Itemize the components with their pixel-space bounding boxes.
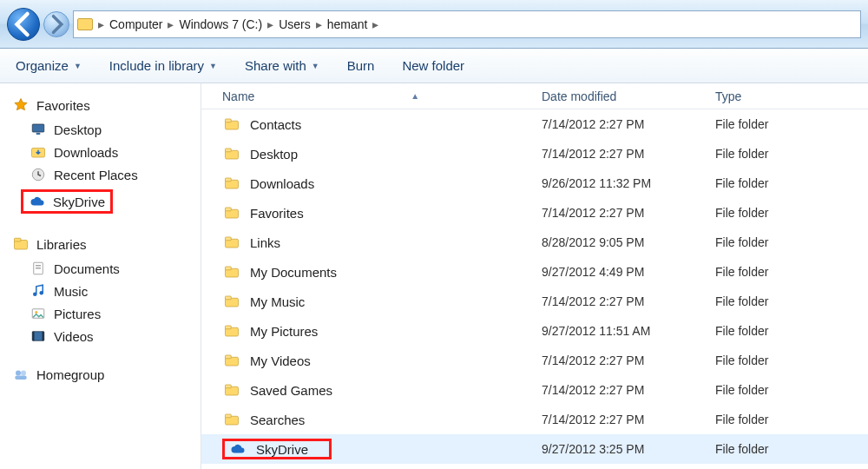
- folder-icon: [222, 146, 241, 162]
- file-row[interactable]: My Pictures9/27/2012 11:51 AMFile folder: [201, 316, 868, 346]
- new-folder-label: New folder: [402, 58, 464, 73]
- file-row[interactable]: Contacts7/14/2012 2:27 PMFile folder: [201, 109, 868, 139]
- breadcrumb-item[interactable]: Computer: [109, 17, 162, 31]
- file-name: My Documents: [250, 265, 337, 280]
- sidebar-item-label: Pictures: [54, 307, 101, 321]
- file-name: Saved Games: [250, 383, 332, 398]
- file-row[interactable]: Favorites7/14/2012 2:27 PMFile folder: [201, 198, 868, 228]
- sidebar-item-documents[interactable]: Documents: [12, 257, 195, 280]
- file-type: File folder: [715, 413, 868, 426]
- folder-icon: [222, 205, 241, 221]
- file-row[interactable]: SkyDrive9/27/2012 3:25 PMFile folder: [201, 434, 868, 464]
- include-in-library-menu[interactable]: Include in library ▼: [109, 58, 217, 73]
- file-date: 7/14/2012 2:27 PM: [542, 353, 715, 367]
- folder-icon: [222, 412, 241, 427]
- column-type-label: Type: [715, 89, 741, 103]
- svg-rect-20: [226, 119, 232, 122]
- folder-icon: [222, 264, 241, 280]
- highlight-annotation: SkyDrive: [222, 439, 332, 459]
- svg-rect-34: [226, 326, 232, 329]
- file-row[interactable]: My Documents9/27/2012 4:49 PMFile folder: [201, 257, 868, 287]
- toolbar: Organize ▼ Include in library ▼ Share wi…: [0, 49, 868, 83]
- svg-rect-30: [226, 267, 232, 270]
- svg-rect-36: [226, 355, 232, 359]
- column-name-label: Name: [222, 89, 254, 103]
- file-name: Contacts: [250, 117, 301, 132]
- breadcrumb-item[interactable]: hemant: [327, 17, 368, 31]
- back-button[interactable]: [7, 8, 40, 41]
- svg-rect-38: [226, 385, 232, 388]
- file-date: 9/26/2012 11:32 PM: [542, 176, 715, 190]
- breadcrumb-item[interactable]: Windows 7 (C:): [179, 17, 262, 31]
- organize-menu[interactable]: Organize ▼: [16, 58, 82, 73]
- column-type[interactable]: Type: [715, 89, 868, 103]
- sidebar-item-label: Videos: [54, 329, 94, 344]
- breadcrumb-item[interactable]: Users: [279, 17, 311, 31]
- sidebar-item-skydrive[interactable]: SkyDrive: [12, 186, 195, 217]
- file-date: 7/14/2012 2:27 PM: [542, 383, 715, 397]
- file-type: File folder: [715, 383, 868, 397]
- monitor-icon: [30, 122, 47, 137]
- chevron-right-icon: ▸: [314, 17, 324, 31]
- svg-point-9: [33, 293, 37, 297]
- file-type: File folder: [715, 147, 868, 161]
- cloud-icon: [228, 441, 247, 457]
- folder-down-icon: [30, 144, 47, 160]
- sidebar-item-label: Desktop: [54, 122, 102, 137]
- sidebar-item-label: Music: [54, 284, 88, 299]
- chevron-down-icon: ▼: [74, 62, 82, 70]
- file-row[interactable]: Searches7/14/2012 2:27 PMFile folder: [201, 405, 868, 434]
- sidebar-item-downloads[interactable]: Downloads: [12, 141, 195, 163]
- homegroup-label: Homegroup: [36, 367, 104, 382]
- svg-rect-28: [226, 237, 232, 241]
- file-row[interactable]: Saved Games7/14/2012 2:27 PMFile folder: [201, 375, 868, 405]
- share-with-menu[interactable]: Share with ▼: [245, 58, 319, 73]
- sidebar-item-desktop[interactable]: Desktop: [12, 118, 195, 141]
- file-name: Desktop: [250, 147, 298, 162]
- file-type: File folder: [715, 442, 868, 456]
- folder-icon: [222, 116, 241, 132]
- file-row[interactable]: Downloads9/26/2012 11:32 PMFile folder: [201, 168, 868, 198]
- navigation-pane: Favorites DesktopDownloadsRecent PlacesS…: [0, 83, 201, 469]
- folder-icon: [222, 323, 241, 339]
- sidebar-item-music[interactable]: Music: [12, 280, 195, 302]
- forward-button[interactable]: [43, 11, 69, 37]
- file-row[interactable]: Desktop7/14/2012 2:27 PMFile folder: [201, 139, 868, 168]
- chevron-right-icon: ▸: [371, 17, 380, 31]
- breadcrumb[interactable]: ▸ Computer ▸ Windows 7 (C:) ▸ Users ▸ he…: [73, 10, 861, 38]
- svg-point-16: [16, 371, 21, 376]
- file-row[interactable]: Links8/28/2012 9:05 PMFile folder: [201, 228, 868, 257]
- pic-icon: [30, 306, 47, 321]
- sidebar-item-recent-places[interactable]: Recent Places: [12, 163, 195, 186]
- svg-point-10: [40, 291, 44, 295]
- svg-rect-14: [32, 332, 34, 341]
- doc-icon: [30, 261, 47, 276]
- sidebar-item-pictures[interactable]: Pictures: [12, 302, 195, 325]
- libraries-icon: [12, 236, 30, 252]
- file-date: 7/14/2012 2:27 PM: [542, 413, 715, 426]
- sidebar-item-videos[interactable]: Videos: [12, 325, 195, 347]
- star-icon: [12, 97, 30, 113]
- burn-button[interactable]: Burn: [347, 58, 375, 73]
- favorites-group[interactable]: Favorites: [12, 97, 195, 113]
- file-type: File folder: [715, 176, 868, 190]
- file-type: File folder: [715, 294, 868, 308]
- svg-rect-8: [36, 268, 41, 268]
- sidebar-item-label: Documents: [54, 261, 120, 276]
- file-date: 7/14/2012 2:27 PM: [542, 147, 715, 161]
- homegroup-item[interactable]: Homegroup: [12, 367, 195, 382]
- file-row[interactable]: My Music7/14/2012 2:27 PMFile folder: [201, 287, 868, 316]
- include-label: Include in library: [109, 58, 204, 73]
- file-row[interactable]: My Videos7/14/2012 2:27 PMFile folder: [201, 346, 868, 375]
- cloud-icon: [29, 194, 46, 209]
- video-icon: [30, 328, 47, 344]
- folder-icon: [222, 294, 241, 309]
- svg-rect-22: [226, 149, 232, 152]
- file-type: File folder: [715, 206, 868, 220]
- column-date[interactable]: Date modified: [542, 89, 715, 103]
- new-folder-button[interactable]: New folder: [402, 58, 464, 73]
- file-name: Downloads: [250, 176, 314, 191]
- file-name: Links: [250, 235, 280, 250]
- libraries-group[interactable]: Libraries: [12, 236, 195, 252]
- column-name[interactable]: Name ▲: [222, 89, 542, 103]
